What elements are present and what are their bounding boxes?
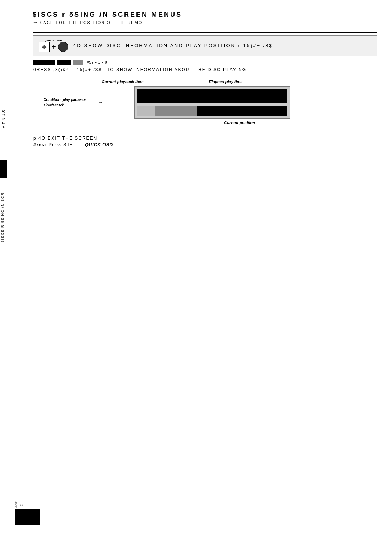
- bar-2: [57, 60, 71, 65]
- label-current-item: Current playback item: [102, 79, 144, 84]
- quick-osd-text: QUICK OSD: [85, 142, 113, 147]
- condition-label: Condition: play pause or slow/search: [44, 97, 98, 108]
- osd-diagram-row: Condition: play pause or slow/search →: [44, 86, 377, 119]
- step-section: p 4O EXIT THE SCREEN Press Press S IFT Q…: [33, 136, 377, 147]
- title-divider: [33, 32, 377, 33]
- bar-3: [73, 60, 83, 65]
- sidebar-menus-label: MENUS: [1, 109, 6, 129]
- osd-screen: [134, 86, 290, 119]
- sidebar-bottom-label: SISCS r 5SING /N SCR: [1, 192, 4, 243]
- bar-1: [33, 60, 55, 65]
- press-keyword: Press: [33, 142, 47, 147]
- footer-rot: ROT: [15, 502, 18, 508]
- diagram-labels: Current playback item Elapsed play time: [102, 79, 377, 84]
- footer-text: ROT 32: [15, 502, 23, 508]
- osd-top-row: [137, 89, 287, 103]
- footer: ROT 32: [15, 502, 40, 525]
- step-label: p 4O EXIT THE SCREEN: [33, 136, 377, 141]
- shift-button[interactable]: [39, 42, 50, 52]
- svg-marker-0: [42, 45, 46, 49]
- footer-black-box: [15, 509, 40, 525]
- osd-progress-fill: [137, 106, 155, 116]
- current-position-label: Current position: [102, 120, 377, 125]
- diagram-area: Current playback item Elapsed play time …: [44, 79, 377, 125]
- osd-progress-bg: [137, 106, 197, 116]
- page-title: $ISCS r 5SING /N SCREEN MENUS: [33, 11, 182, 18]
- page-subtitle: → 0AGE FOR THE POSITION OF THE REMO: [33, 19, 377, 25]
- quick-osd-container: QUICK OSD +: [39, 39, 68, 52]
- button-group: +: [39, 42, 68, 52]
- osd-button[interactable]: [58, 42, 68, 52]
- quick-osd-label: QUICK OSD: [45, 39, 62, 42]
- step-press-line: Press Press S IFT QUICK OSD .: [33, 142, 377, 147]
- diagram-arrow: →: [98, 99, 103, 105]
- footer-pagenum: 32: [20, 503, 23, 506]
- sidebar-black-rect: [0, 160, 7, 178]
- instruction-box: QUICK OSD + 4O SHOW DISC INFORMATION AND…: [33, 35, 377, 56]
- instruction-main-text: 4O SHOW DISC INFORMATION AND PLAY POSITI…: [73, 43, 273, 48]
- page-title-area: $ISCS r 5SING /N SCREEN MENUS: [33, 11, 377, 19]
- code-text: #$7 - 1 - 0: [85, 60, 109, 65]
- osd-right-section: [197, 106, 287, 116]
- desc-text: 0RESS ;3()&4= ;15)#+ /3$= TO SHOW INFORM…: [33, 67, 377, 72]
- code-bar: #$7 - 1 - 0: [33, 60, 377, 65]
- arrow-icon: →: [33, 19, 38, 25]
- osd-bottom-row: [137, 106, 287, 116]
- shift-text: Press S IFT: [49, 142, 75, 147]
- period: .: [115, 142, 116, 147]
- label-elapsed-time: Elapsed play time: [209, 79, 243, 84]
- plus-icon: +: [52, 43, 56, 51]
